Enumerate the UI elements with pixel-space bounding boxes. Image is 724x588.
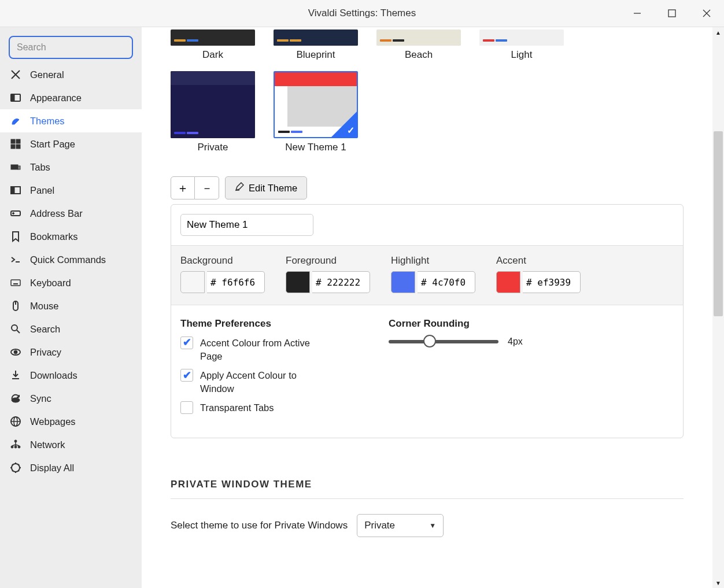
- color-hex-background[interactable]: [207, 271, 265, 293]
- edit-theme-button[interactable]: Edit Theme: [225, 176, 307, 199]
- color-label-highlight: Highlight: [391, 255, 475, 267]
- slider-knob[interactable]: [423, 335, 436, 347]
- theme-thumb-private[interactable]: [171, 71, 255, 138]
- pref-accent-from-page[interactable]: Accent Colour from Active Page: [180, 336, 331, 363]
- sidebar-item-startpage[interactable]: Start Page: [0, 132, 142, 156]
- bookmarks-icon: [9, 231, 22, 242]
- svg-rect-16: [11, 280, 20, 286]
- sidebar-item-downloads[interactable]: Downloads: [0, 364, 142, 387]
- theme-name-input[interactable]: [180, 214, 313, 236]
- checkbox-accent-from-page[interactable]: [180, 336, 193, 349]
- sidebar-item-webpages[interactable]: Webpages: [0, 410, 142, 433]
- sidebar-item-label: General: [30, 69, 64, 80]
- theme-thumb-newtheme1[interactable]: ✓: [274, 71, 358, 138]
- svg-rect-7: [16, 139, 20, 143]
- close-button[interactable]: [689, 0, 724, 27]
- theme-label: Beach: [376, 49, 461, 61]
- search-input[interactable]: [9, 36, 133, 59]
- sidebar-item-label: Themes: [30, 116, 65, 127]
- theme-thumb-beach[interactable]: [376, 29, 461, 46]
- sidebar-item-mouse[interactable]: Mouse: [0, 294, 142, 317]
- corner-rounding-value: 4px: [508, 336, 523, 347]
- sidebar-item-sync[interactable]: Sync: [0, 387, 142, 410]
- color-swatch-background[interactable]: [180, 271, 205, 293]
- tabs-icon: [9, 161, 22, 173]
- scroll-up-arrow[interactable]: ▲: [712, 27, 724, 38]
- pref-label: Accent Colour from Active Page: [200, 336, 331, 363]
- mouse-icon: [9, 300, 22, 312]
- remove-theme-button[interactable]: －: [195, 176, 219, 199]
- svg-point-35: [18, 446, 20, 448]
- svg-point-32: [14, 440, 17, 442]
- sidebar-item-displayall[interactable]: Display All: [0, 456, 142, 479]
- sidebar-item-network[interactable]: Network: [0, 433, 142, 456]
- sidebar-item-label: Start Page: [30, 139, 75, 150]
- divider: [171, 498, 684, 499]
- keyboard-icon: [9, 277, 22, 289]
- svg-rect-6: [11, 139, 15, 143]
- pref-transparent-tabs[interactable]: Transparent Tabs: [180, 401, 331, 415]
- sidebar-item-keyboard[interactable]: Keyboard: [0, 271, 142, 294]
- corner-rounding-slider[interactable]: [389, 340, 498, 343]
- svg-rect-10: [11, 165, 18, 169]
- theme-editor: BackgroundForegroundHighlightAccent Them…: [171, 204, 684, 438]
- minimize-button[interactable]: [620, 0, 655, 27]
- sidebar-item-label: Sync: [30, 393, 51, 404]
- network-icon: [9, 439, 22, 450]
- svg-point-24: [12, 325, 17, 331]
- sidebar-item-themes[interactable]: Themes: [0, 109, 142, 132]
- sidebar-item-label: Keyboard: [30, 278, 71, 289]
- pref-label: Transparent Tabs: [200, 401, 274, 415]
- sidebar-item-general[interactable]: General: [0, 63, 142, 86]
- color-swatch-foreground[interactable]: [286, 271, 310, 293]
- color-swatch-highlight[interactable]: [391, 271, 415, 293]
- private-theme-select[interactable]: Private: [357, 514, 444, 537]
- downloads-icon: [9, 369, 22, 381]
- settings-sidebar: GeneralAppearanceThemesStart PageTabsPan…: [0, 27, 142, 588]
- sidebar-item-appearance[interactable]: Appearance: [0, 86, 142, 109]
- color-hex-highlight[interactable]: [418, 271, 475, 293]
- sidebar-item-search[interactable]: Search: [0, 317, 142, 341]
- webpages-icon: [9, 416, 22, 427]
- maximize-button[interactable]: [655, 0, 689, 27]
- sidebar-item-label: Mouse: [30, 301, 59, 312]
- private-theme-selected: Private: [364, 520, 395, 531]
- color-swatch-accent[interactable]: [496, 271, 520, 293]
- sidebar-item-label: Privacy: [30, 347, 61, 358]
- theme-thumb-light[interactable]: [479, 29, 564, 46]
- checkbox-accent-to-window[interactable]: [180, 369, 193, 382]
- add-theme-button[interactable]: ＋: [171, 176, 195, 199]
- color-label-accent: Accent: [496, 255, 581, 267]
- sidebar-item-label: Tabs: [30, 162, 50, 173]
- scrollbar[interactable]: ▲ ▼: [712, 27, 724, 588]
- scrollbar-thumb[interactable]: [714, 131, 723, 316]
- svg-rect-8: [11, 145, 15, 149]
- edit-icon: [235, 182, 244, 194]
- theme-thumb-blueprint[interactable]: [274, 29, 358, 46]
- sidebar-item-label: Network: [30, 439, 65, 450]
- sidebar-item-label: Address Bar: [30, 208, 83, 219]
- sidebar-item-privacy[interactable]: Privacy: [0, 341, 142, 364]
- svg-rect-11: [18, 166, 20, 169]
- color-hex-foreground[interactable]: [312, 271, 370, 293]
- window-title: Vivaldi Settings: Themes: [308, 8, 416, 19]
- themes-icon: [9, 115, 22, 127]
- sidebar-item-panel[interactable]: Panel: [0, 179, 142, 202]
- sync-icon: [9, 393, 22, 404]
- theme-thumb-dark[interactable]: [171, 29, 255, 46]
- theme-prefs-title: Theme Preferences: [180, 318, 354, 330]
- sidebar-item-label: Bookmarks: [30, 231, 78, 242]
- sidebar-item-bookmarks[interactable]: Bookmarks: [0, 225, 142, 248]
- sidebar-item-tabs[interactable]: Tabs: [0, 156, 142, 179]
- pref-accent-to-window[interactable]: Apply Accent Colour to Window: [180, 369, 331, 395]
- appearance-icon: [9, 92, 22, 103]
- sidebar-item-addressbar[interactable]: Address Bar: [0, 202, 142, 225]
- color-hex-accent[interactable]: [523, 271, 581, 293]
- pref-label: Apply Accent Colour to Window: [200, 369, 331, 395]
- theme-label: Blueprint: [274, 49, 358, 61]
- sidebar-item-quickcommands[interactable]: Quick Commands: [0, 248, 142, 271]
- checkbox-transparent-tabs[interactable]: [180, 401, 193, 414]
- theme-label: Dark: [171, 49, 255, 61]
- scroll-down-arrow[interactable]: ▼: [712, 578, 724, 588]
- sidebar-item-label: Downloads: [30, 370, 77, 381]
